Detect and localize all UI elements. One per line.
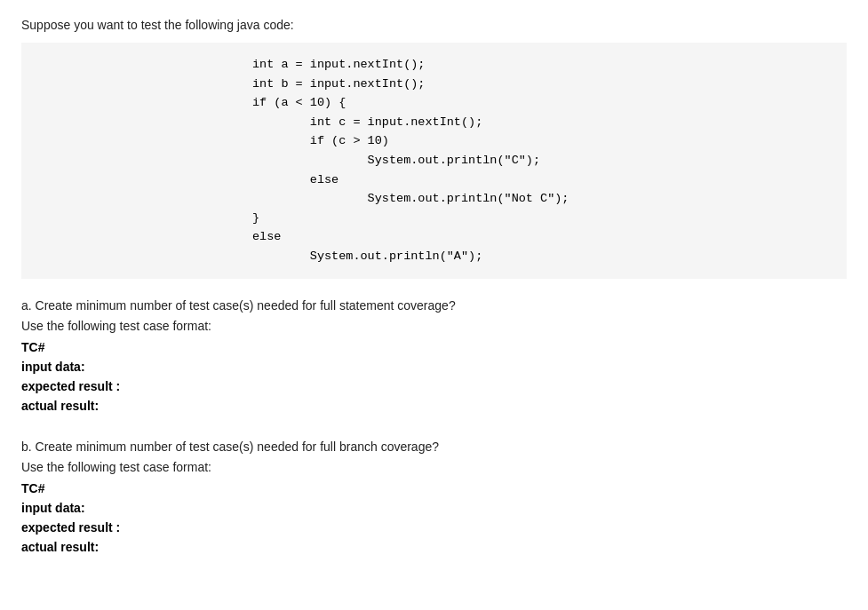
code-container: int a = input.nextInt(); int b = input.n… <box>21 43 847 279</box>
section-b-format: Use the following test case format: <box>21 460 847 474</box>
section-a-expected: expected result : <box>21 379 847 393</box>
section-b-expected: expected result : <box>21 520 847 535</box>
section-b: b. Create minimum number of test case(s)… <box>21 438 847 554</box>
code-line-3: if (a < 10) { <box>252 93 829 113</box>
code-left-spacer <box>21 43 235 279</box>
code-line-5: if (c > 10) <box>252 131 829 151</box>
section-a-expected-label: expected result : <box>21 379 847 393</box>
section-a-question: a. Create minimum number of test case(s)… <box>21 297 847 315</box>
code-line-11: System.out.println("A"); <box>252 247 829 266</box>
code-line-6: System.out.println("C"); <box>252 151 829 170</box>
code-line-2: int b = input.nextInt(); <box>252 75 829 94</box>
section-b-tc: TC# <box>21 481 847 495</box>
code-line-8: System.out.println("Not C"); <box>252 189 829 209</box>
section-a-format: Use the following test case format: <box>21 319 847 333</box>
section-b-tc-label: TC# <box>21 481 847 495</box>
section-a-tc-label: TC# <box>21 340 847 354</box>
section-b-question: b. Create minimum number of test case(s)… <box>21 438 847 456</box>
section-a-actual: actual result: <box>21 399 847 413</box>
section-b-input-label: input data: <box>21 501 847 515</box>
section-a-input-label: input data: <box>21 360 847 374</box>
section-a-input: input data: <box>21 360 847 374</box>
code-line-1: int a = input.nextInt(); <box>252 55 829 75</box>
section-b-actual: actual result: <box>21 540 847 554</box>
code-block: int a = input.nextInt(); int b = input.n… <box>235 43 847 279</box>
code-line-4: int c = input.nextInt(); <box>252 113 829 132</box>
section-b-expected-label: expected result : <box>21 520 847 535</box>
section-a-actual-label: actual result: <box>21 399 847 413</box>
section-a: a. Create minimum number of test case(s)… <box>21 297 847 413</box>
section-b-actual-label: actual result: <box>21 540 847 554</box>
code-line-9: } <box>252 209 829 228</box>
code-line-10: else <box>252 227 829 247</box>
section-a-tc: TC# <box>21 340 847 354</box>
section-b-input: input data: <box>21 501 847 515</box>
code-line-7: else <box>252 170 829 190</box>
intro-text: Suppose you want to test the following j… <box>21 18 847 32</box>
